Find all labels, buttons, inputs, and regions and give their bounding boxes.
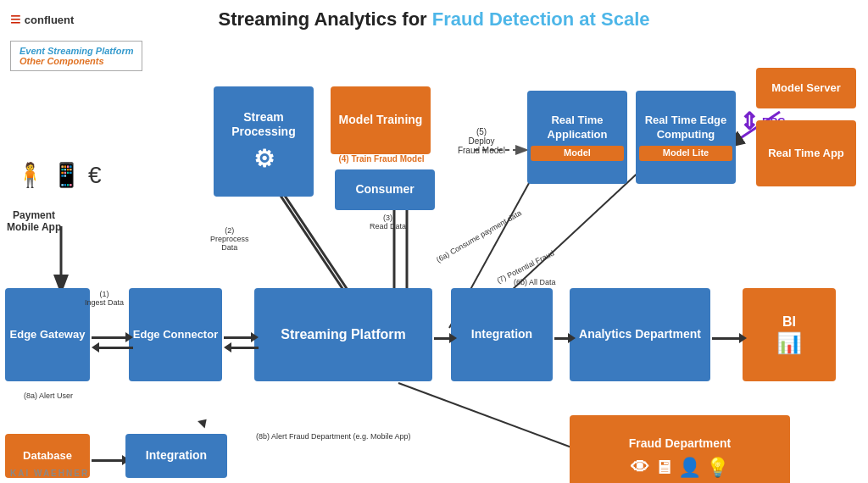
arrow-db-to-int [92,455,130,465]
bulb-icon: 💡 [706,456,729,480]
person-icon: 🧍 [15,161,45,189]
arrow-sp-to-int [434,333,457,343]
streaming-platform-box[interactable]: Streaming Platform [254,288,432,381]
arrow-analytics-to-bi [712,333,747,343]
payment-icons: 🧍 📱 € [15,161,102,189]
eye-icon: 👁 [631,456,649,480]
mobile-icon: 📱 [52,161,81,189]
title-highlight: Fraud Detection at Scale [432,8,650,30]
integration-bottom-box[interactable]: Integration [125,434,227,478]
arrow-stream-to-conn [224,342,259,353]
edge-gateway-label: Edge Gateway [10,328,86,341]
label-8a: (8a) Alert User [24,391,73,400]
label-3: (3)Read Data [370,214,406,230]
model-training-label: Model Training [339,113,423,128]
edge-connector-box[interactable]: Edge Connector [129,288,222,381]
consumer-label: Consumer [355,182,414,197]
diagram: 🧍 📱 € PaymentMobile App Stream Processin… [0,36,868,483]
label-8b: (8b) Alert Fraud Department (e.g. Mobile… [256,432,527,441]
realtime-edge-box[interactable]: Real Time Edge Computing Model Lite [636,91,736,184]
streaming-platform-label: Streaming Platform [281,326,406,343]
model-badge-1: Model [531,146,624,161]
consumer-box[interactable]: Consumer [335,169,435,210]
database-label: Database [23,449,72,463]
computer-icon: 🖥 [654,456,673,480]
svg-line-9 [398,383,581,451]
bi-label: BI [776,314,802,330]
chart-icon: 📊 [776,330,802,356]
arrow-int-to-analytics [554,333,576,343]
model-training-box[interactable]: Model Training [331,86,431,154]
fraud-dept-label: Fraud Department [629,436,732,452]
stream-processing-icon: ⚙ [217,144,310,174]
realtime-app-box[interactable]: Real Time Application Model [527,91,627,184]
realtime-app-right-label: Real Time App [768,147,844,160]
realtime-app-right-box[interactable]: Real Time App [756,120,856,186]
arrow-conn-to-stream [224,332,259,342]
arrow-gw-to-conn [92,332,133,342]
analytics-dept-label: Analytics Department [579,327,701,342]
edge-connector-label: Edge Connector [133,328,218,341]
stream-processing-label: Stream Processing [217,110,310,140]
arrow-conn-to-gw [92,342,133,353]
bi-box[interactable]: BI 📊 [743,288,836,381]
integration-top-label: Integration [471,327,532,342]
integration-top-box[interactable]: Integration [451,288,553,381]
label-2: (2)PreprocessData [210,226,249,252]
realtime-app-label: Real Time Application [531,114,624,142]
model-badge-2: Model Lite [639,146,732,161]
title-prefix: Streaming Analytics for [219,8,432,30]
train-fraud-label: (4) Train Fraud Model [336,154,427,164]
realtime-edge-label: Real Time Edge Computing [639,114,732,142]
deploy-fraud-label: (5)DeployFraud Model [448,127,515,155]
model-server-box[interactable]: Model Server [756,68,856,108]
stream-processing-box[interactable]: Stream Processing ⚙ [214,86,314,197]
model-server-label: Model Server [771,81,841,95]
fraud-dept-box[interactable]: Fraud Department 👁 🖥 👤 💡 [570,415,790,483]
payment-label: PaymentMobile App [7,209,61,233]
arrow-int-to-stream-diag [200,417,208,427]
footer-watermark: KAI WAEHNER [10,469,89,478]
edge-gateway-box[interactable]: Edge Gateway [5,288,90,381]
page-title: Streaming Analytics for Fraud Detection … [0,0,868,34]
euro-icon: € [88,162,102,189]
person2-icon: 👤 [678,456,701,480]
label-6b: (6b) All Data [514,278,556,286]
fraud-icons: 👁 🖥 👤 💡 [629,456,732,480]
label-1: (1)Ingest Data [85,290,124,307]
analytics-dept-box[interactable]: Analytics Department [570,288,710,381]
integration-bottom-label: Integration [146,448,207,464]
